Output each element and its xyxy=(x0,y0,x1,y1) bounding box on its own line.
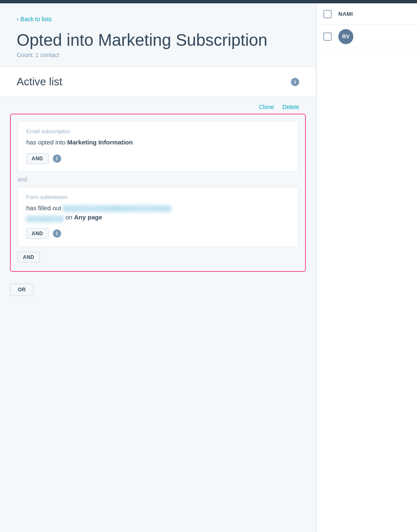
back-to-lists-label: Back to lists xyxy=(20,16,52,22)
filter-description-email: has opted into Marketing Information xyxy=(26,138,290,147)
active-list-label: Active list xyxy=(17,75,62,88)
and-button-email[interactable]: AND xyxy=(26,153,49,164)
avatar: RV xyxy=(338,29,353,44)
table-header-checkbox[interactable] xyxy=(323,10,332,18)
filter-desc-anypage: Any page xyxy=(74,214,102,221)
table-row-checkbox[interactable] xyxy=(323,32,332,41)
filter-category-form: Form submission xyxy=(26,194,290,200)
filter-card-form-submission: Form submission has filled out on Any pa… xyxy=(17,187,298,247)
right-panel: NAMI RV xyxy=(316,3,417,532)
filter-category-email: Email subscription xyxy=(26,128,290,134)
page-title: Opted into Marketing Subscription xyxy=(17,30,299,50)
back-link-area: ‹ Back to lists xyxy=(0,3,316,27)
delete-button[interactable]: Delete xyxy=(283,104,299,110)
and-button-form[interactable]: AND xyxy=(26,228,49,239)
active-list-section: Active list i xyxy=(0,67,316,97)
filter-desc-suffix-form: on xyxy=(65,214,74,221)
page-title-area: Opted into Marketing Subscription Count:… xyxy=(0,27,316,67)
filter-footer-form: AND i xyxy=(26,228,290,239)
left-panel: ‹ Back to lists Opted into Marketing Sub… xyxy=(0,3,316,532)
filter-card-email-subscription: Email subscription has opted into Market… xyxy=(17,121,298,172)
and-separator: and xyxy=(17,172,298,187)
table-col-name-header: NAMI xyxy=(338,11,353,17)
table-row[interactable]: RV xyxy=(317,25,417,48)
filter-desc-prefix-form: has filled out xyxy=(26,204,63,211)
filter-footer-email: AND i xyxy=(26,153,290,164)
actions-row: Clone Delete xyxy=(0,97,316,114)
group-and-button[interactable]: AND xyxy=(17,252,40,263)
blurred-form-name xyxy=(63,205,171,212)
filter-info-icon-email[interactable]: i xyxy=(53,154,61,163)
or-button-row: OR xyxy=(0,280,316,304)
back-chevron-icon: ‹ xyxy=(17,16,18,22)
page-subtitle: Count: 1 contact xyxy=(17,52,299,58)
active-list-info-icon[interactable]: i xyxy=(291,78,299,86)
top-bar xyxy=(0,0,417,3)
filter-description-form: has filled out on Any page xyxy=(26,204,290,223)
filter-group-wrapper: Email subscription has opted into Market… xyxy=(10,114,306,272)
back-to-lists-link[interactable]: ‹ Back to lists xyxy=(17,16,52,22)
group-and-row: AND xyxy=(17,247,298,264)
filter-desc-bold-email: Marketing Information xyxy=(67,139,133,146)
or-button[interactable]: OR xyxy=(10,283,34,296)
filter-info-icon-form[interactable]: i xyxy=(53,229,61,238)
clone-button[interactable]: Clone xyxy=(259,104,274,110)
filter-desc-prefix-email: has opted into xyxy=(26,139,67,146)
table-header-row: NAMI xyxy=(317,3,417,25)
blurred-form-name-2 xyxy=(26,216,64,222)
